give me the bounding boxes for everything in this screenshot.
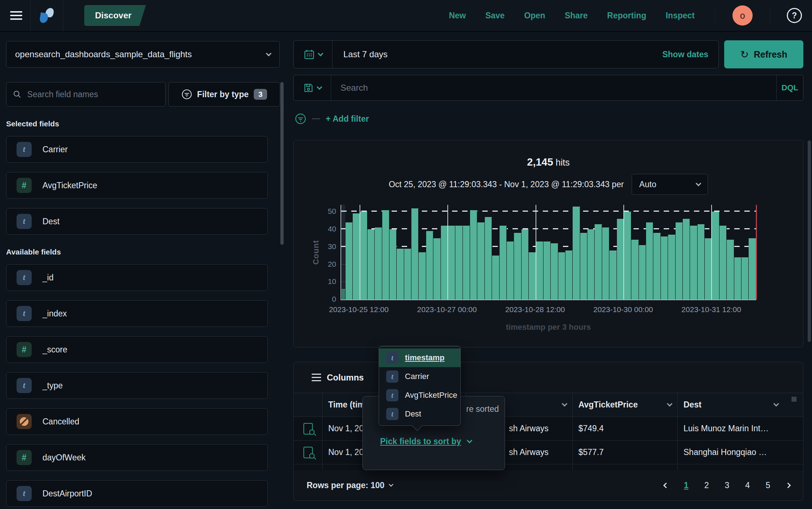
- histogram-bar[interactable]: [433, 238, 441, 299]
- histogram-bar[interactable]: [573, 207, 580, 299]
- histogram-bar[interactable]: [661, 237, 668, 299]
- filter-by-type-button[interactable]: Filter by type 3: [168, 82, 280, 107]
- histogram-bar[interactable]: [514, 233, 521, 299]
- field-item-Cancelled[interactable]: Cancelled: [6, 408, 268, 435]
- histogram-bar[interactable]: [500, 226, 507, 299]
- field-item-_type[interactable]: t_type: [6, 372, 268, 399]
- histogram-bar[interactable]: [477, 222, 484, 299]
- histogram-bar[interactable]: [690, 226, 697, 299]
- help-icon[interactable]: ?: [787, 8, 802, 23]
- page-3[interactable]: 3: [725, 481, 730, 490]
- nav-link-new[interactable]: New: [449, 11, 466, 21]
- histogram-bar[interactable]: [419, 252, 426, 300]
- histogram-bar[interactable]: [397, 249, 404, 299]
- interval-select[interactable]: Auto: [632, 174, 708, 195]
- calendar-dropdown-button[interactable]: [294, 41, 333, 68]
- histogram-bar[interactable]: [587, 229, 595, 299]
- histogram-bar[interactable]: [639, 245, 646, 299]
- histogram-bar[interactable]: [529, 252, 536, 300]
- histogram-bar[interactable]: [719, 226, 727, 299]
- histogram-bar[interactable]: [653, 233, 660, 299]
- histogram-bar[interactable]: [734, 257, 741, 299]
- page-scrollbar[interactable]: [808, 140, 811, 342]
- histogram-bar[interactable]: [595, 224, 602, 299]
- field-item-_id[interactable]: t_id: [6, 264, 268, 291]
- histogram-bar[interactable]: [485, 217, 492, 299]
- sidebar-scrollbar[interactable]: [280, 82, 284, 245]
- histogram-bar[interactable]: [536, 242, 543, 299]
- histogram-bar[interactable]: [727, 240, 734, 299]
- histogram-bar[interactable]: [492, 256, 499, 299]
- histogram-bar[interactable]: [411, 208, 419, 299]
- histogram-bar[interactable]: [543, 242, 551, 299]
- avatar[interactable]: o: [732, 5, 753, 26]
- histogram-bar[interactable]: [463, 226, 470, 299]
- next-page-button[interactable]: [786, 483, 790, 487]
- add-filter-link[interactable]: + Add filter: [326, 114, 369, 124]
- histogram-bar[interactable]: [360, 212, 367, 299]
- pick-fields-link[interactable]: Pick fields to sort by: [380, 437, 472, 446]
- histogram-bar[interactable]: [624, 212, 631, 299]
- histogram-bar[interactable]: [353, 213, 360, 299]
- histogram-bar[interactable]: [455, 226, 463, 299]
- refresh-button[interactable]: ↻ Refresh: [724, 40, 803, 68]
- field-item-Dest[interactable]: tDest: [6, 208, 268, 235]
- field-item-dayOfWeek[interactable]: #dayOfWeek: [6, 444, 268, 471]
- sort-field-option-timestamp[interactable]: ttimestamp: [379, 348, 460, 367]
- histogram-bar[interactable]: [698, 224, 705, 299]
- histogram-bar[interactable]: [609, 251, 617, 299]
- histogram-bar[interactable]: [676, 222, 683, 299]
- page-4[interactable]: 4: [745, 481, 750, 490]
- field-item-_index[interactable]: t_index: [6, 300, 268, 327]
- histogram-bar[interactable]: [507, 242, 514, 299]
- histogram-bar[interactable]: [705, 238, 712, 299]
- histogram-bar[interactable]: [346, 222, 353, 299]
- histogram-bar[interactable]: [712, 212, 719, 299]
- histogram-bar[interactable]: [580, 233, 587, 299]
- histogram-bar[interactable]: [426, 231, 433, 299]
- field-item-Carrier[interactable]: tCarrier: [6, 136, 268, 163]
- search-input[interactable]: [331, 83, 776, 93]
- query-language-button[interactable]: DQL: [776, 75, 803, 100]
- page-1[interactable]: 1: [684, 481, 689, 490]
- page-2[interactable]: 2: [704, 481, 709, 490]
- field-item-DestAirportID[interactable]: tDestAirportID: [6, 480, 268, 507]
- histogram-bar[interactable]: [404, 249, 411, 299]
- histogram-bar[interactable]: [565, 251, 573, 299]
- nav-link-share[interactable]: Share: [565, 11, 588, 21]
- histogram-bar[interactable]: [617, 219, 624, 299]
- histogram-bar[interactable]: [522, 229, 529, 299]
- field-item-_score[interactable]: #_score: [6, 336, 268, 363]
- nav-link-inspect[interactable]: Inspect: [666, 11, 695, 21]
- histogram-bar[interactable]: [448, 226, 455, 299]
- histogram-bar[interactable]: [389, 229, 397, 299]
- opensearch-logo-icon[interactable]: [39, 7, 55, 24]
- nav-link-reporting[interactable]: Reporting: [607, 11, 646, 21]
- expand-document-icon[interactable]: [303, 447, 313, 458]
- histogram-bar[interactable]: [470, 210, 477, 299]
- histogram-bar[interactable]: [558, 252, 565, 300]
- show-dates-link[interactable]: Show dates: [662, 50, 718, 59]
- field-item-AvgTicketPrice[interactable]: #AvgTicketPrice: [6, 172, 268, 199]
- nav-link-open[interactable]: Open: [524, 11, 545, 21]
- histogram-bar[interactable]: [342, 289, 346, 299]
- expand-document-icon[interactable]: [303, 423, 313, 434]
- previous-page-button[interactable]: [664, 483, 668, 487]
- sort-field-option-dest[interactable]: tDest: [379, 405, 460, 423]
- menu-icon[interactable]: [10, 11, 22, 20]
- nav-link-save[interactable]: Save: [485, 11, 505, 21]
- histogram-bar[interactable]: [367, 229, 375, 299]
- table-header-avgticketprice[interactable]: AvgTicketPrice: [573, 393, 678, 416]
- field-search-input[interactable]: [27, 89, 159, 100]
- filter-icon[interactable]: [295, 113, 306, 125]
- histogram-bar[interactable]: [551, 243, 558, 299]
- histogram-bar[interactable]: [741, 257, 749, 299]
- index-pattern-select[interactable]: opensearch_dashboards_sample_data_flight…: [6, 41, 280, 68]
- histogram-bar[interactable]: [668, 235, 675, 299]
- histogram-bar[interactable]: [646, 222, 653, 299]
- rows-per-page-button[interactable]: Rows per page: 100: [307, 481, 393, 490]
- histogram-bar[interactable]: [631, 240, 639, 299]
- histogram-bar[interactable]: [441, 226, 448, 299]
- histogram-bar[interactable]: [602, 228, 609, 299]
- saved-query-button[interactable]: [294, 75, 331, 100]
